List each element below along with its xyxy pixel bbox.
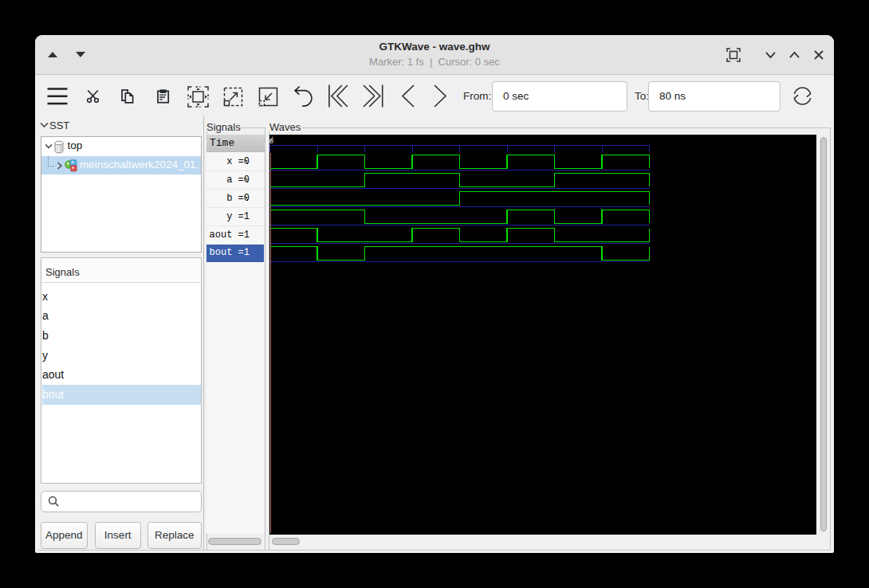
- svg-text:0: 0: [269, 136, 274, 145]
